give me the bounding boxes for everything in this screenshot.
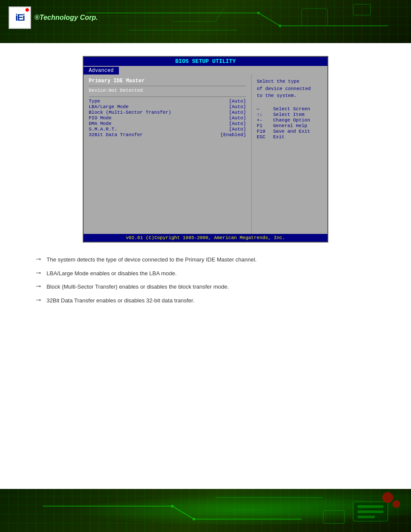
svg-point-14 <box>171 505 174 507</box>
setting-name: DMA Mode <box>89 121 112 126</box>
arrow-text: 32Bit Data Transfer enables or disables … <box>47 296 194 305</box>
bios-nav-row: +-Change Option <box>257 118 322 123</box>
bios-setting-row: LBA/Large Mode[Auto] <box>89 104 246 109</box>
nav-key: ↑↓ <box>257 112 270 117</box>
body-items: →The system detects the type of device c… <box>26 255 385 305</box>
svg-point-15 <box>193 518 195 520</box>
bios-nav-row: F1General Help <box>257 123 322 128</box>
nav-key: ESC <box>257 134 270 140</box>
bios-left-panel: Primary IDE Master Device:Not Detected T… <box>84 75 252 234</box>
bios-footer: v02.61 (C)Copyright 1985-2006, American … <box>84 234 327 242</box>
bios-setting-row: Type[Auto] <box>89 99 246 104</box>
bios-container: BIOS SETUP UTILITY Advanced Primary IDE … <box>83 56 328 243</box>
svg-point-21 <box>383 492 393 503</box>
setting-name: S.M.A.R.T. <box>89 127 117 132</box>
bios-setting-row: 32Bit Data Transfer[Enabled] <box>89 132 246 137</box>
bios-setting-row: DMA Mode[Auto] <box>89 121 246 126</box>
setting-name: PIO Mode <box>89 115 112 121</box>
nav-desc: Select Item <box>273 112 305 117</box>
setting-name: LBA/Large Mode <box>89 104 128 109</box>
svg-point-22 <box>393 501 400 507</box>
bios-tab-advanced[interactable]: Advanced <box>84 67 119 75</box>
nav-key: ← <box>257 106 270 112</box>
setting-value: [Auto] <box>229 104 246 109</box>
arrow-symbol: → <box>34 268 42 277</box>
setting-value: [Auto] <box>229 115 246 121</box>
arrow-symbol: → <box>34 282 42 291</box>
svg-line-1 <box>258 13 280 26</box>
svg-rect-19 <box>358 510 383 513</box>
nav-desc: Select Screen <box>273 106 310 112</box>
arrow-text: Block (Multi-Sector Transfer) enables or… <box>47 283 229 291</box>
setting-value: [Auto] <box>229 110 246 115</box>
setting-name: 32Bit Data Transfer <box>89 132 143 137</box>
bios-nav-row: ESCExit <box>257 134 322 140</box>
arrow-item-1: →LBA/Large Mode enables or disables the … <box>26 269 385 278</box>
device-label: Device <box>89 88 106 93</box>
nav-key: F1 <box>257 123 270 128</box>
svg-rect-8 <box>302 9 327 26</box>
svg-point-4 <box>257 12 260 14</box>
arrow-text: LBA/Large Mode enables or disables the L… <box>47 269 177 278</box>
arrow-item-3: →32Bit Data Transfer enables or disables… <box>26 296 385 305</box>
nav-key: +- <box>257 118 270 123</box>
bios-nav-row: ←Select Screen <box>257 106 322 112</box>
bios-device-row: Device:Not Detected <box>89 88 246 93</box>
bios-nav-row: F10Save and Exit <box>257 129 322 134</box>
bios-help-text: Select the type of device connected to t… <box>257 78 322 100</box>
arrow-item-2: →Block (Multi-Sector Transfer) enables o… <box>26 283 385 291</box>
bios-setting-row: PIO Mode[Auto] <box>89 115 246 121</box>
svg-rect-18 <box>358 505 383 508</box>
nav-desc: General Help <box>273 123 307 128</box>
bios-section-title: Primary IDE Master <box>89 78 246 84</box>
device-value: :Not Detected <box>106 88 143 93</box>
svg-line-7 <box>215 9 224 22</box>
bios-setting-row: S.M.A.R.T.[Auto] <box>89 127 246 132</box>
bios-tab-bar: Advanced <box>84 66 327 75</box>
setting-value: [Auto] <box>229 127 246 132</box>
main-content: BIOS SETUP UTILITY Advanced Primary IDE … <box>0 43 411 489</box>
svg-point-5 <box>279 25 281 27</box>
nav-desc: Change Option <box>273 118 310 123</box>
arrow-item-0: →The system detects the type of device c… <box>26 255 385 264</box>
svg-rect-16 <box>323 510 345 523</box>
nav-desc: Exit <box>273 134 284 140</box>
svg-rect-9 <box>353 4 371 15</box>
arrow-symbol: → <box>34 296 42 305</box>
setting-value: [Auto] <box>229 99 246 104</box>
arrow-symbol: → <box>34 255 42 264</box>
setting-name: Block (Multi-Sector Transfer) <box>89 110 171 115</box>
setting-name: Type <box>89 99 100 104</box>
header-bar: iEi ®Technology Corp. <box>0 0 411 43</box>
setting-value: [Auto] <box>229 121 246 126</box>
bios-setting-row: Block (Multi-Sector Transfer)[Auto] <box>89 110 246 115</box>
bios-nav-row: ↑↓Select Item <box>257 112 322 117</box>
bios-settings-table: Type[Auto]LBA/Large Mode[Auto]Block (Mul… <box>89 99 246 137</box>
footer-bar <box>0 489 411 532</box>
nav-desc: Save and Exit <box>273 129 310 134</box>
bios-body: Primary IDE Master Device:Not Detected T… <box>84 75 327 234</box>
arrow-text: The system detects the type of device co… <box>47 255 257 264</box>
svg-rect-20 <box>358 516 375 518</box>
bios-title: BIOS SETUP UTILITY <box>84 57 327 66</box>
bios-right-panel: Select the type of device connected to t… <box>252 75 327 234</box>
svg-line-11 <box>172 506 194 519</box>
setting-value: [Enabled] <box>221 132 246 137</box>
nav-key: F10 <box>257 129 270 134</box>
